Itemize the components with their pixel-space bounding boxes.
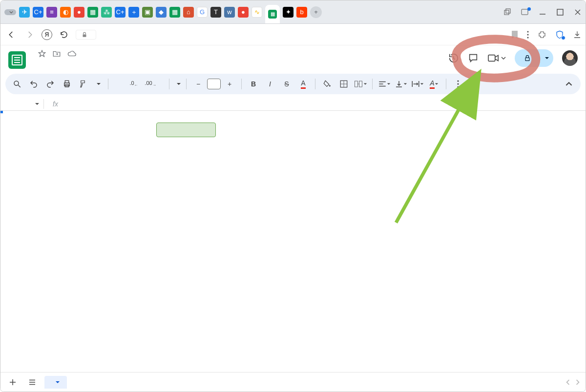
more-toolbar-icon[interactable] <box>451 77 465 91</box>
decrease-decimal-icon[interactable]: .0← <box>127 77 141 91</box>
save-macro-button[interactable] <box>156 123 216 137</box>
svg-rect-2 <box>522 9 528 15</box>
decrease-font-icon[interactable]: − <box>191 77 205 91</box>
shield-check-icon[interactable] <box>555 30 564 39</box>
pinned-tab-icon[interactable]: w <box>224 7 235 18</box>
zoom-select[interactable] <box>93 82 103 86</box>
svg-rect-22 <box>355 81 358 87</box>
address-bar[interactable] <box>76 30 96 40</box>
collapse-toolbar-icon[interactable] <box>562 77 576 91</box>
font-size-input[interactable] <box>207 79 221 89</box>
pinned-tab-icon[interactable]: ◆ <box>156 7 167 18</box>
pinned-tab-icon[interactable]: T <box>210 7 221 18</box>
name-box[interactable] <box>5 102 43 106</box>
active-tab[interactable]: ▦ <box>265 5 280 23</box>
svg-point-10 <box>527 37 528 38</box>
pinned-tab-icon[interactable]: ▦ <box>87 7 98 18</box>
increase-font-icon[interactable]: + <box>223 77 236 91</box>
browser-address-row: Я <box>0 24 586 45</box>
bold-icon[interactable]: B <box>247 77 260 91</box>
comment-icon[interactable] <box>468 53 479 63</box>
pinned-tab-icon[interactable]: ◐ <box>60 7 71 18</box>
italic-icon[interactable]: I <box>263 77 277 91</box>
all-sheets-button[interactable] <box>25 375 40 390</box>
pinned-tab-icon[interactable]: ● <box>238 7 249 18</box>
wrap-icon[interactable] <box>411 77 424 91</box>
close-window-button[interactable] <box>574 8 582 16</box>
new-tab-button[interactable]: + <box>310 6 322 18</box>
pinned-tab-icon[interactable]: C+ <box>115 7 126 18</box>
fill-color-icon[interactable] <box>320 77 334 91</box>
svg-point-18 <box>329 85 331 86</box>
h-align-icon[interactable] <box>377 77 391 91</box>
maximize-button[interactable] <box>556 8 564 16</box>
menu-dots-icon[interactable] <box>527 31 529 39</box>
pinned-tab-icon[interactable]: ✦ <box>283 7 293 18</box>
sheet-tab-menu-icon[interactable] <box>55 380 60 385</box>
meet-icon[interactable] <box>487 53 506 63</box>
rotate-text-icon[interactable]: А <box>427 77 441 91</box>
sheet-tab-active[interactable] <box>44 376 67 389</box>
pinned-tab-icon[interactable]: G <box>197 7 208 18</box>
move-folder-icon[interactable] <box>52 49 61 58</box>
sheets-logo-icon[interactable] <box>8 51 26 69</box>
restore-window-icon[interactable] <box>503 8 511 16</box>
currency-format-icon[interactable] <box>113 77 117 91</box>
pinned-tab-icon[interactable]: ▣ <box>142 7 153 18</box>
pinned-tab-icon[interactable]: ● <box>74 7 84 18</box>
text-color-icon[interactable]: A <box>296 77 310 91</box>
pinned-tab-icon[interactable]: ≡ <box>46 7 57 18</box>
pinned-tab-icon[interactable]: ▦ <box>169 7 180 18</box>
more-formats-icon[interactable] <box>160 77 164 91</box>
active-cell-outline <box>0 111 2 113</box>
pinned-tab-icon[interactable]: ⁂ <box>101 7 112 18</box>
paint-format-icon[interactable] <box>77 77 90 91</box>
forward-button[interactable] <box>23 28 37 41</box>
scroll-left-icon[interactable] <box>565 379 571 385</box>
pinned-tab-icon[interactable]: ✈ <box>19 7 30 18</box>
formula-input[interactable] <box>62 100 586 107</box>
fx-icon: fx <box>53 100 58 108</box>
svg-rect-11 <box>488 55 495 62</box>
back-button[interactable] <box>4 28 18 41</box>
minimize-button[interactable] <box>539 8 546 16</box>
bookmark-icon[interactable] <box>511 31 518 39</box>
pinned-tab-icon[interactable]: C+ <box>33 7 43 18</box>
search-menus-icon[interactable] <box>10 77 24 91</box>
spreadsheet-grid[interactable] <box>0 111 586 378</box>
svg-point-8 <box>527 31 528 32</box>
pinned-tab-icon[interactable]: ∿ <box>251 7 262 18</box>
extensions-icon[interactable] <box>538 30 546 39</box>
pinned-tab-icon[interactable]: ⌂ <box>183 7 194 18</box>
account-avatar[interactable] <box>562 50 578 66</box>
increase-decimal-icon[interactable]: .00→ <box>144 77 157 91</box>
merge-cells-icon[interactable] <box>354 77 367 91</box>
add-sheet-button[interactable] <box>5 375 20 390</box>
history-icon[interactable] <box>448 53 459 63</box>
svg-line-14 <box>18 85 21 87</box>
borders-icon[interactable] <box>337 77 351 91</box>
lock-icon <box>81 31 88 38</box>
font-select[interactable] <box>174 82 181 86</box>
pip-icon[interactable] <box>521 8 529 16</box>
tab-counter[interactable] <box>4 9 16 15</box>
pinned-tab-icon[interactable]: b <box>296 7 307 18</box>
svg-rect-1 <box>506 9 510 13</box>
share-dropdown[interactable] <box>539 56 549 61</box>
svg-point-31 <box>457 83 459 84</box>
v-align-icon[interactable] <box>394 77 408 91</box>
yandex-home-icon[interactable]: Я <box>42 29 52 40</box>
scroll-right-icon[interactable] <box>575 379 581 385</box>
star-icon[interactable] <box>38 49 46 58</box>
formula-bar: fx <box>0 97 586 111</box>
pinned-tab-icon[interactable]: ＋ <box>128 7 139 18</box>
redo-icon[interactable] <box>43 77 57 91</box>
share-button[interactable] <box>515 49 553 67</box>
undo-icon[interactable] <box>27 77 41 91</box>
percent-format-icon[interactable] <box>120 77 124 91</box>
downloads-icon[interactable] <box>573 30 582 39</box>
cloud-saved-icon[interactable] <box>67 49 77 58</box>
print-icon[interactable] <box>60 77 74 91</box>
strike-icon[interactable]: S <box>280 77 293 91</box>
reload-button[interactable] <box>57 28 71 41</box>
